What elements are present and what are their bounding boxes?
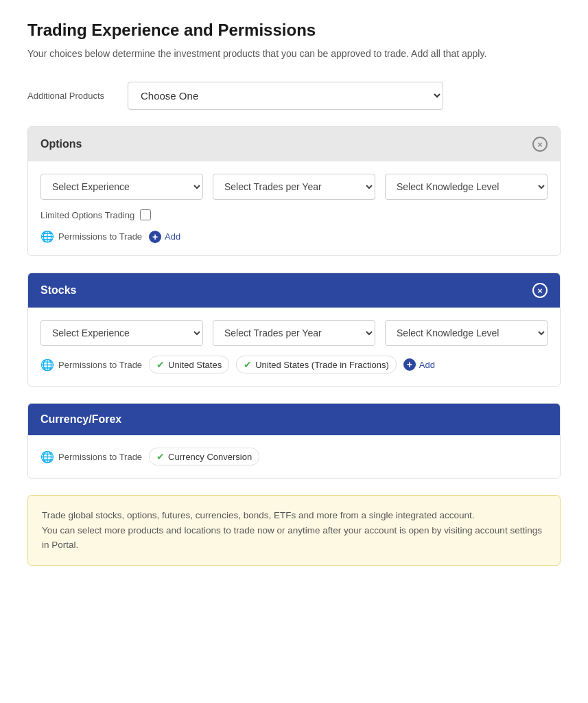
stocks-add-button[interactable]: + Add	[403, 358, 435, 371]
forex-permissions-text: Permissions to Trade	[58, 452, 142, 462]
stocks-trades-select[interactable]: Select Trades per Year	[213, 320, 375, 346]
additional-products-label: Additional Products	[27, 91, 117, 101]
stocks-permissions-text: Permissions to Trade	[58, 360, 142, 370]
info-box-line1: Trade global stocks, options, futures, c…	[42, 508, 546, 523]
forex-badge-currency-label: Currency Conversion	[168, 452, 252, 462]
options-permissions-label-group: 🌐 Permissions to Trade	[40, 230, 142, 243]
info-box-line2: You can select more products and locatio…	[42, 523, 546, 553]
stocks-card-body: Select Experience Select Trades per Year…	[28, 308, 560, 386]
stocks-selects-row: Select Experience Select Trades per Year…	[40, 320, 548, 346]
limited-options-checkbox[interactable]	[140, 209, 151, 220]
stocks-add-label: Add	[419, 360, 435, 370]
options-card-title: Options	[40, 138, 82, 150]
forex-permissions-row: 🌐 Permissions to Trade ✔ Currency Conver…	[40, 448, 548, 465]
stocks-badge-us-fractions-check-icon: ✔	[244, 359, 252, 370]
stocks-permissions-label-group: 🌐 Permissions to Trade	[40, 358, 142, 371]
stocks-experience-select[interactable]: Select Experience	[40, 320, 203, 346]
stocks-knowledge-select[interactable]: Select Knowledge Level	[385, 320, 548, 346]
stocks-card-title: Stocks	[40, 284, 76, 297]
stocks-badge-us: ✔ United States	[149, 356, 229, 373]
options-card-header: Options ×	[28, 127, 560, 161]
stocks-globe-icon: 🌐	[40, 358, 54, 371]
info-box: Trade global stocks, options, futures, c…	[27, 495, 561, 566]
stocks-permissions-row: 🌐 Permissions to Trade ✔ United States ✔…	[40, 356, 548, 373]
page-title: Trading Experience and Permissions	[27, 21, 561, 40]
options-card-close-button[interactable]: ×	[532, 137, 548, 152]
options-add-button[interactable]: + Add	[149, 231, 180, 243]
forex-card: Currency/Forex 🌐 Permissions to Trade ✔ …	[27, 403, 561, 479]
options-permissions-row: 🌐 Permissions to Trade + Add	[40, 230, 548, 243]
options-permissions-text: Permissions to Trade	[58, 231, 142, 242]
additional-products-select[interactable]: Choose One	[128, 82, 443, 110]
options-trades-select[interactable]: Select Trades per Year	[213, 174, 375, 200]
options-knowledge-select[interactable]: Select Knowledge Level	[385, 174, 548, 200]
stocks-badge-us-fractions-label: United States (Trade in Fractions)	[255, 360, 389, 370]
page-subtitle: Your choices below determine the investm…	[27, 47, 561, 61]
forex-card-header: Currency/Forex	[28, 404, 560, 435]
options-experience-select[interactable]: Select Experience	[40, 174, 203, 200]
additional-products-row: Additional Products Choose One	[27, 82, 561, 110]
stocks-card-close-button[interactable]: ×	[532, 283, 548, 298]
forex-card-body: 🌐 Permissions to Trade ✔ Currency Conver…	[28, 435, 560, 478]
forex-globe-icon: 🌐	[40, 450, 54, 463]
forex-permissions-label-group: 🌐 Permissions to Trade	[40, 450, 142, 463]
options-card: Options × Select Experience Select Trade…	[27, 126, 561, 256]
stocks-badge-us-check-icon: ✔	[156, 359, 165, 370]
forex-badge-currency: ✔ Currency Conversion	[149, 448, 259, 465]
forex-badge-currency-check-icon: ✔	[156, 451, 165, 462]
limited-options-row: Limited Options Trading	[40, 209, 548, 220]
options-globe-icon: 🌐	[40, 230, 54, 243]
options-card-body: Select Experience Select Trades per Year…	[28, 161, 560, 255]
limited-options-label: Limited Options Trading	[40, 210, 134, 220]
stocks-badge-us-label: United States	[168, 360, 222, 370]
options-add-label: Add	[165, 231, 180, 242]
stocks-card-header: Stocks ×	[28, 273, 560, 308]
forex-card-title: Currency/Forex	[40, 413, 121, 426]
stocks-add-plus-icon: +	[403, 358, 416, 371]
stocks-badge-us-fractions: ✔ United States (Trade in Fractions)	[236, 356, 397, 373]
stocks-card: Stocks × Select Experience Select Trades…	[27, 273, 561, 387]
options-selects-row: Select Experience Select Trades per Year…	[40, 174, 548, 200]
options-add-plus-icon: +	[149, 231, 161, 243]
